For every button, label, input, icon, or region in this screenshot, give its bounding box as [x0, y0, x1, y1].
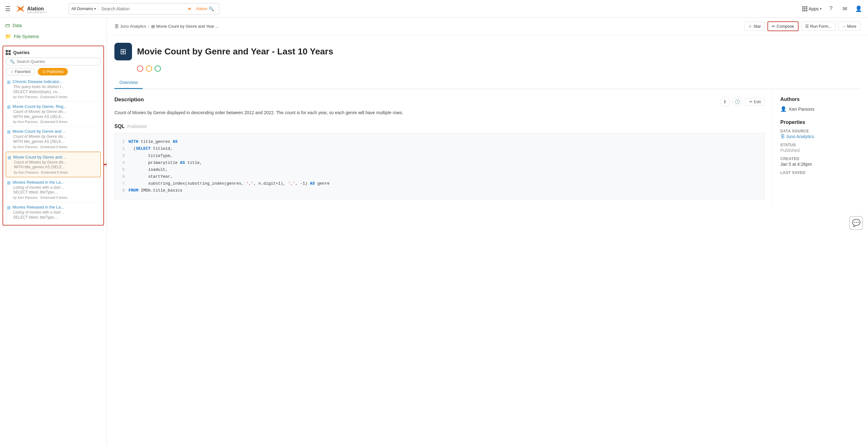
- global-search-bar[interactable]: All Domains ▾ Alation 🔍: [68, 3, 219, 14]
- more-icon: ···: [842, 24, 846, 29]
- sql-block: 1 WITH title_genres AS 2 (SELECT titleid…: [114, 133, 765, 200]
- search-input[interactable]: [101, 6, 182, 11]
- author-item-0: 👤 Ken Parsons: [780, 106, 861, 112]
- sql-line-1: 1 WITH title_genres AS: [120, 139, 760, 145]
- comment-icon: 💬: [852, 219, 861, 227]
- tab-overview[interactable]: Overview: [114, 77, 143, 89]
- breadcrumb-current: ⊞ Movie Count by Genre and Year ...: [151, 24, 219, 29]
- query-item-4-icon: ⊞: [7, 180, 11, 185]
- clock-icon: 🕐: [735, 99, 740, 104]
- status-circle-red: [137, 65, 143, 72]
- search-queries-icon: 🔍: [10, 59, 15, 64]
- two-column-layout: Description ℹ 🕐 ✏ Edit: [114, 89, 861, 207]
- compose-icon: ✏: [772, 24, 775, 29]
- breadcrumb-bar: 🗄 Juno Analytics / ⊞ Movie Count by Genr…: [107, 18, 868, 35]
- query-item-4[interactable]: ⊞ Movies Released in the La... Listing o…: [6, 177, 101, 202]
- run-form-button[interactable]: ☰ Run Form...: [801, 22, 836, 31]
- star-button[interactable]: ☆ Star: [744, 22, 765, 31]
- description-header: Description ℹ 🕐 ✏ Edit: [114, 96, 765, 107]
- data-icon: 🗃: [5, 23, 10, 28]
- nav-right: Apps ▾ ? ✉ 👤: [802, 4, 863, 13]
- page-title: Movie Count by Genre and Year - Last 10 …: [137, 47, 334, 57]
- authors-title: Authors: [780, 96, 861, 102]
- query-item-0-icon: ⊞: [7, 80, 11, 85]
- prop-status: Status Published: [780, 143, 861, 153]
- breadcrumb-separator: /: [148, 24, 149, 29]
- query-item-5[interactable]: ⊞ Movies Released in the La... Listing o…: [6, 202, 101, 222]
- sidebar: 🗃 Data 📁 File Systems Queries 🔍: [0, 18, 107, 446]
- messages-icon[interactable]: ✉: [840, 4, 849, 13]
- sidebar-data-section: 🗃 Data 📁 File Systems: [0, 18, 106, 44]
- query-item-3[interactable]: ⊞ Movie Count by Genre and ... Count of …: [6, 152, 101, 177]
- query-item-1-icon: ⊞: [7, 105, 11, 110]
- database-icon: 🗄: [114, 24, 119, 29]
- page-header: ⊞ Movie Count by Genre and Year - Last 1…: [114, 43, 861, 60]
- svg-marker-1: [19, 5, 25, 12]
- content-area: 🗄 Juno Analytics / ⊞ Movie Count by Genr…: [107, 18, 868, 446]
- author-icon: 👤: [780, 106, 786, 112]
- sidebar-item-filesystems[interactable]: 📁 File Systems: [0, 31, 106, 42]
- selected-item-arrow: ➜: [103, 160, 107, 169]
- edit-button[interactable]: ✏ Edit: [745, 98, 765, 106]
- filesystems-icon: 📁: [5, 33, 11, 39]
- main-layout: 🗃 Data 📁 File Systems Queries 🔍: [0, 18, 868, 446]
- side-column: Authors 👤 Ken Parsons Properties Data So…: [772, 89, 861, 207]
- query-item-3-icon: ⊞: [7, 155, 11, 160]
- sql-line-5: 5 isadult,: [120, 167, 760, 173]
- published-filter-button[interactable]: ⊙ Published: [38, 68, 68, 76]
- edit-icon: ✏: [749, 99, 753, 104]
- query-breadcrumb-icon: ⊞: [151, 24, 155, 29]
- status-value: Published: [780, 148, 861, 153]
- prop-data-source: Data Source 🗄 Juno Analytics: [780, 129, 861, 139]
- info-icon-btn[interactable]: ℹ: [720, 96, 730, 107]
- content-tabs: Overview: [114, 77, 861, 89]
- sql-line-4: 4 primarytitle AS title,: [120, 159, 760, 167]
- filter-buttons: ☆ Favorited ⊙ Published: [6, 68, 101, 76]
- svg-text:Alation: Alation: [27, 6, 44, 11]
- sql-line-6: 6 startYear,: [120, 173, 760, 180]
- hamburger-menu-icon[interactable]: ☰: [5, 5, 11, 12]
- sql-line-8: 8 FROM IMDb.title_basics: [120, 187, 760, 194]
- compose-button[interactable]: ✏ Compose: [768, 21, 799, 31]
- prop-last-saved: Last Saved: [780, 171, 861, 175]
- created-value: Jan 5 at 4:26pm: [780, 162, 861, 167]
- list-icon: ☰: [805, 24, 809, 29]
- comment-bubble-button[interactable]: 💬: [849, 216, 863, 230]
- query-page-icon: ⊞: [120, 47, 126, 56]
- search-badge: Alation 🔍: [184, 6, 217, 12]
- domain-select[interactable]: All Domains ▾: [71, 6, 99, 11]
- sql-line-3: 3 titleType,: [120, 153, 760, 159]
- help-icon[interactable]: ?: [827, 4, 835, 13]
- star-icon: ☆: [748, 24, 752, 29]
- description-section: Description ℹ 🕐 ✏ Edit: [114, 96, 765, 116]
- history-icon-btn[interactable]: 🕐: [733, 96, 743, 107]
- svg-marker-5: [189, 7, 192, 10]
- more-button[interactable]: ··· More: [838, 22, 861, 31]
- data-source-link[interactable]: 🗄 Juno Analytics: [780, 134, 861, 139]
- favorited-filter-button[interactable]: ☆ Favorited: [6, 68, 35, 76]
- authors-section: Authors 👤 Ken Parsons: [780, 96, 861, 112]
- properties-title: Properties: [780, 120, 861, 125]
- query-item-1[interactable]: ⊞ Movie Count by Genre, Reg... Count of …: [6, 101, 101, 126]
- sql-line-7: 7 substring_index(substring_index(genres…: [120, 180, 760, 187]
- query-item-2[interactable]: ⊞ Movie Count by Genre and ... Count of …: [6, 126, 101, 151]
- queries-grid-icon: [6, 50, 11, 55]
- description-title: Description: [114, 96, 144, 103]
- apps-button[interactable]: Apps ▾: [802, 6, 822, 11]
- prop-created: Created Jan 5 at 4:26pm: [780, 157, 861, 167]
- breadcrumb-source-link[interactable]: 🗄 Juno Analytics: [114, 24, 146, 29]
- search-queries-container[interactable]: 🔍: [6, 58, 101, 65]
- info-icon: ℹ: [724, 99, 726, 104]
- user-icon[interactable]: 👤: [854, 4, 863, 13]
- sidebar-item-data[interactable]: 🗃 Data: [0, 20, 106, 31]
- status-circle-orange: [146, 65, 152, 72]
- main-column: Description ℹ 🕐 ✏ Edit: [114, 89, 772, 207]
- sql-line-2: 2 (SELECT titleid,: [120, 145, 760, 152]
- query-item-0[interactable]: ⊞ Chronic Disease Indicator... This quer…: [6, 77, 101, 101]
- action-buttons: ☆ Star ✏ Compose ☰ Run Form... ··· More: [744, 21, 861, 31]
- logo: Alation UNIVERSITY: [14, 3, 58, 14]
- status-circles: [137, 65, 861, 72]
- author-name: Ken Parsons: [789, 107, 814, 112]
- search-queries-input[interactable]: [17, 59, 97, 64]
- queries-section: Queries 🔍 ☆ Favorited ⊙ Published ⊞: [2, 46, 104, 226]
